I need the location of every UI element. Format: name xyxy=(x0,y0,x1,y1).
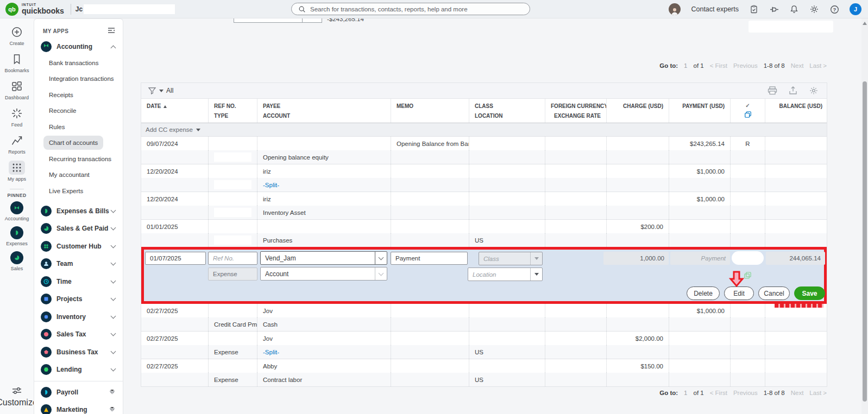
table-row[interactable]: 12/20/2024iriz$1,000.00Inventory Asset xyxy=(141,192,827,219)
user-avatar[interactable]: J xyxy=(850,3,861,15)
print-icon[interactable] xyxy=(767,86,778,95)
settings-gear-icon[interactable] xyxy=(809,4,819,14)
sidebar-item-inventory[interactable]: Inventory xyxy=(34,308,123,326)
sidebar-item-projects[interactable]: Projects xyxy=(34,290,123,308)
sidebar-item-expenses-bills[interactable]: Expenses & Bills xyxy=(34,202,123,220)
cancel-button[interactable]: Cancel xyxy=(758,286,790,300)
sidebar-item-recurring-transactions[interactable]: Recurring transactions xyxy=(34,151,123,167)
col-header-charge[interactable]: CHARGE (USD) xyxy=(606,99,669,123)
rail-item-feed[interactable]: Feed xyxy=(4,106,29,128)
sidebar-item-reconcile[interactable]: Reconcile xyxy=(34,103,123,119)
scroll-up-arrow-icon[interactable] xyxy=(863,22,867,25)
sidebar-item-customer-hub[interactable]: Customer Hub xyxy=(34,238,123,256)
redacted-value xyxy=(214,235,251,245)
edit-date-input[interactable]: 01/07/2025 xyxy=(145,252,206,265)
sidebar-item-team[interactable]: Team xyxy=(34,255,123,273)
split-link[interactable]: -Split- xyxy=(263,182,279,188)
sidebar-item-bank-transactions[interactable]: Bank transactions xyxy=(34,55,123,71)
next-page-link[interactable]: Next xyxy=(791,390,804,396)
sidebar-item-business-tax[interactable]: Business Tax xyxy=(34,343,123,361)
previous-page-link[interactable]: Previous xyxy=(733,390,758,396)
pinned-sales[interactable]: Sales xyxy=(5,251,29,271)
sidebar-item-marketing[interactable]: Marketing xyxy=(34,401,123,414)
pinned-accounting[interactable]: Accounting xyxy=(5,201,29,221)
col-header-balance[interactable]: BALANCE (USD) xyxy=(765,99,828,123)
sidebar-item-sales-tax[interactable]: Sales Tax xyxy=(34,326,123,343)
account-chevron-icon[interactable] xyxy=(375,267,387,280)
col-header-foreign-currency[interactable]: FOREIGN CURRENCYEXCHANGE RATE xyxy=(545,99,606,123)
sidebar-item-receipts[interactable]: Receipts xyxy=(34,87,123,103)
edit-memo-input[interactable]: Payment xyxy=(391,252,468,265)
edit-location-combo[interactable]: Location xyxy=(468,267,543,281)
vertical-scrollbar[interactable] xyxy=(861,18,868,414)
rail-item-bookmarks[interactable]: Bookmarks xyxy=(4,52,29,73)
delete-button[interactable]: Delete xyxy=(687,286,720,300)
quickbooks-logo[interactable]: qb INTUIT quickbooks xyxy=(0,3,64,16)
copy-column-icon[interactable] xyxy=(731,111,765,122)
class-caret-icon[interactable] xyxy=(530,252,542,265)
contact-experts-link[interactable]: Contact experts xyxy=(691,5,739,13)
add-cc-expense-button[interactable]: Add CC expense xyxy=(141,123,827,137)
first-page-link[interactable]: < First xyxy=(710,390,727,396)
global-search-input[interactable]: Search for transactions, contacts, repor… xyxy=(291,3,530,15)
notifications-bell-icon[interactable] xyxy=(789,4,799,14)
split-link[interactable]: -Split- xyxy=(263,349,279,355)
col-header-memo[interactable]: MEMO xyxy=(391,99,469,123)
payee-chevron-icon[interactable] xyxy=(375,252,387,264)
last-page-link[interactable]: Last > xyxy=(809,62,827,69)
sidebar-item-sales-get-paid[interactable]: Sales & Get Paid xyxy=(34,220,123,238)
col-header-date[interactable]: DATE xyxy=(141,99,208,123)
page-number-input[interactable]: 1 xyxy=(684,390,687,396)
location-caret-icon[interactable] xyxy=(530,268,542,281)
filter-control[interactable]: All xyxy=(148,87,173,95)
col-header-ref-type[interactable]: REF NO.TYPE xyxy=(208,99,257,123)
table-settings-gear-icon[interactable] xyxy=(808,86,819,95)
edit-payment-field[interactable]: Payment xyxy=(670,252,730,265)
sidebar-item-payroll[interactable]: Payroll xyxy=(34,384,123,402)
help-icon[interactable]: ? xyxy=(829,4,839,14)
collapse-panel-icon[interactable] xyxy=(108,26,115,36)
rail-item-reports[interactable]: Reports xyxy=(4,133,29,155)
edit-refno-input[interactable]: Ref No. xyxy=(208,252,257,265)
customize-button[interactable]: Customize xyxy=(0,386,37,407)
sidebar-item-live-experts[interactable]: Live Experts xyxy=(34,183,123,199)
pinned-expenses[interactable]: Expenses xyxy=(5,226,29,246)
sidebar-item-integration-transactions[interactable]: Integration transactions xyxy=(34,71,123,87)
tasks-icon[interactable] xyxy=(749,4,759,14)
sidebar-item-accounting[interactable]: Accounting xyxy=(34,39,123,55)
col-header-cleared[interactable]: ✓ xyxy=(730,99,765,123)
edit-payee-combo[interactable]: Vend_Jam xyxy=(260,251,387,265)
edit-cleared-field[interactable] xyxy=(732,251,764,265)
table-row[interactable]: 09/07/2024Opening Balance from Bank$243,… xyxy=(141,137,827,164)
edit-account-combo[interactable]: Account xyxy=(260,267,387,281)
table-row[interactable]: 01/01/2025$200.00PurchasesUS xyxy=(141,219,827,247)
sidebar-item-lending[interactable]: Lending xyxy=(34,361,123,379)
scrollbar-thumb[interactable] xyxy=(863,81,867,402)
next-page-link[interactable]: Next xyxy=(791,62,804,69)
apps-plug-icon[interactable] xyxy=(769,4,779,14)
last-page-link[interactable]: Last > xyxy=(809,390,827,396)
edit-class-combo[interactable]: Class xyxy=(479,252,543,265)
sidebar-item-rules[interactable]: Rules xyxy=(34,119,123,135)
rail-item-create[interactable]: Create xyxy=(4,25,29,46)
page-number-input[interactable]: 1 xyxy=(684,62,687,69)
sidebar-item-time[interactable]: Time xyxy=(34,273,123,291)
rail-item-my-apps[interactable]: My apps xyxy=(4,161,29,182)
col-header-class-location[interactable]: CLASSLOCATION xyxy=(469,99,545,123)
table-row[interactable]: 02/27/2025Jov$1,000.00Credit Card PmtCas… xyxy=(141,304,827,331)
company-name[interactable]: Jc xyxy=(76,5,83,13)
table-row[interactable]: 02/27/2025Jov$2,000.00Expense-Split-US xyxy=(141,331,827,359)
edit-charge-field[interactable]: 1,000.00 xyxy=(603,252,669,265)
first-page-link[interactable]: < First xyxy=(710,62,727,69)
table-row[interactable]: 02/27/2025Abby$150.00ExpenseContract lab… xyxy=(141,359,827,386)
cell-date-2 xyxy=(141,373,208,386)
previous-page-link[interactable]: Previous xyxy=(733,62,758,69)
rail-item-dashboard[interactable]: Dashboard xyxy=(4,79,29,100)
col-header-payment[interactable]: PAYMENT (USD) xyxy=(669,99,730,123)
table-row[interactable]: 12/20/2024iriz$1,000.00-Split- xyxy=(141,164,827,192)
export-icon[interactable] xyxy=(788,86,798,95)
sidebar-item-chart-of-accounts[interactable]: Chart of accounts xyxy=(34,135,123,151)
col-header-payee-account[interactable]: PAYEEACCOUNT xyxy=(257,99,391,123)
save-button[interactable]: Save xyxy=(794,286,825,300)
sidebar-item-my-accountant[interactable]: My accountant xyxy=(34,167,123,183)
